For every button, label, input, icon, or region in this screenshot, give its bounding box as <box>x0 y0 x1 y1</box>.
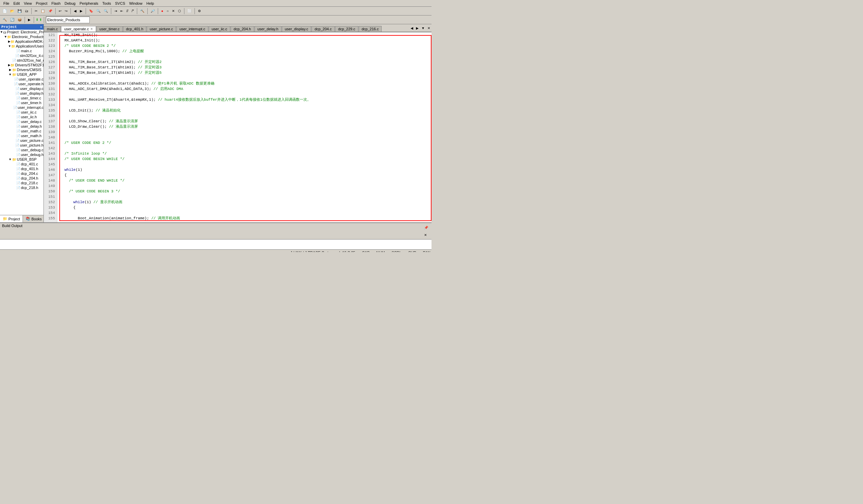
save-all-btn[interactable]: 🗂 <box>24 8 30 15</box>
tree-item-7[interactable]: ▶📁Drivers/STM32F1xx_HAL_Driver <box>0 63 43 67</box>
tree-item-18[interactable]: 📄user_iic.h <box>0 115 43 119</box>
tree-item-15[interactable]: 📄user_timer.h <box>0 100 43 105</box>
tree-item-16[interactable]: 📄user_interrupt.c <box>0 105 43 110</box>
open-btn[interactable]: 📂 <box>9 8 15 15</box>
expand-icon-3[interactable]: ▼ <box>8 44 11 48</box>
target-input[interactable] <box>46 16 90 23</box>
menu-peripherals[interactable]: Peripherals <box>77 1 100 6</box>
tree-item-28[interactable]: 📄dcp_401.c <box>0 162 43 166</box>
tree-item-20[interactable]: 📄user_delay.h <box>0 124 43 129</box>
menu-window[interactable]: Window <box>127 1 144 6</box>
tree-item-6[interactable]: 📄stm32f1xx_hal_msp.c <box>0 58 43 63</box>
tree-item-0[interactable]: ▼🗂Project: Electronic_Products <box>0 30 43 34</box>
tab-list-btn[interactable]: ▼ <box>420 24 426 32</box>
tab-user-iic-c[interactable]: user_iic.c <box>209 26 230 32</box>
rebuild-btn[interactable]: 🔄 <box>9 16 15 24</box>
build-btn[interactable]: 🔨 <box>1 16 8 24</box>
menu-help[interactable]: Help <box>144 1 156 6</box>
tab-scroll-right[interactable]: ▶ <box>415 24 420 32</box>
tab-dcp204-h[interactable]: dcp_204.h <box>230 26 254 32</box>
expand-icon-9[interactable]: ▼ <box>8 73 12 76</box>
tree-item-14[interactable]: 📄user_timer.c <box>0 96 43 100</box>
tree-item-23[interactable]: 📄user_picture.c <box>0 138 43 143</box>
tree-item-8[interactable]: ▶📁Drivers/CMSIS <box>0 67 43 72</box>
menu-project[interactable]: Project <box>34 1 49 6</box>
copy-btn[interactable]: 📋 <box>39 8 46 15</box>
menu-file[interactable]: File <box>1 1 11 6</box>
tree-item-3[interactable]: ▼📁Application/User/Core <box>0 44 43 49</box>
expand-icon-2[interactable]: ▶ <box>8 40 11 43</box>
tab-user-operate-close[interactable]: ✕ <box>90 27 93 31</box>
build-close-btn[interactable]: ✕ <box>423 231 428 238</box>
zoom-btn[interactable]: 🔎 <box>149 8 156 15</box>
uncomment-btn[interactable]: /* <box>130 8 136 15</box>
expand-icon-7[interactable]: ▶ <box>8 63 11 67</box>
tab-user-delay-h[interactable]: user_delay.h <box>254 26 282 32</box>
tree-item-26[interactable]: 📄user_debug.h <box>0 152 43 157</box>
tree-item-13[interactable]: 📄user_display.h <box>0 91 43 96</box>
tab-close-all-btn[interactable]: ✕ <box>426 24 432 32</box>
tree-item-32[interactable]: 📄dcp_218.c <box>0 181 43 185</box>
tab-user-interrupt-c[interactable]: user_interrupt.c <box>176 26 208 32</box>
tree-item-5[interactable]: 📄stm32f1xx_it.c <box>0 53 43 58</box>
tree-item-21[interactable]: 📄user_math.c <box>0 129 43 133</box>
sidebar-close-btn[interactable]: ✕ <box>40 25 42 29</box>
bookmark-btn[interactable]: 🔖 <box>88 8 95 15</box>
tab-scroll-left[interactable]: ◀ <box>409 24 415 32</box>
tree-item-11[interactable]: 📄user_operate.h <box>0 81 43 86</box>
build-target-btn[interactable]: 🔨 <box>139 8 146 15</box>
debug-stop-btn[interactable]: ● <box>160 8 164 15</box>
tree-item-19[interactable]: 📄user_delay.c <box>0 119 43 124</box>
tab-dcp204-c[interactable]: dcp_204.c <box>312 26 335 32</box>
tab-user-timer-c[interactable]: user_timer.c <box>97 26 123 32</box>
tree-item-12[interactable]: 📄user_display.c <box>0 86 43 91</box>
window-btn[interactable]: ⬜ <box>186 8 193 15</box>
tree-item-1[interactable]: ▼📁Electronic_Products <box>0 34 43 39</box>
tree-item-2[interactable]: ▶📁Application/MDK-ARM <box>0 39 43 44</box>
debug-circle-btn[interactable]: ○ <box>165 8 170 15</box>
cut-btn[interactable]: ✂ <box>33 8 39 15</box>
save-btn[interactable]: 💾 <box>16 8 23 15</box>
expand-icon-1[interactable]: ▼ <box>4 35 7 38</box>
expand-icon-27[interactable]: ▼ <box>8 158 12 161</box>
menu-view[interactable]: View <box>22 1 34 6</box>
tab-project[interactable]: 📁 Project <box>0 215 23 222</box>
tree-item-31[interactable]: 📄dcp_204.h <box>0 176 43 181</box>
code-lines[interactable]: MX_TIM5_Init(); MX_UART4_Init(); /* USER… <box>57 33 432 222</box>
tab-user-picture-c[interactable]: user_picture.c <box>147 26 176 32</box>
tree-item-4[interactable]: 📄main.c <box>0 49 43 53</box>
outdent-btn[interactable]: ⇤ <box>119 8 124 15</box>
batch-btn[interactable]: 📦 <box>16 16 23 24</box>
tab-user-display-c[interactable]: user_display.c <box>282 26 312 32</box>
tab-dcp216-c[interactable]: dcp_216.c <box>359 26 382 32</box>
menu-edit[interactable]: Edit <box>11 1 22 6</box>
expand-icon-8[interactable]: ▶ <box>8 68 12 72</box>
debug-cross-btn[interactable]: ✕ <box>171 8 176 15</box>
tree-item-17[interactable]: 📄user_iic.c <box>0 110 43 115</box>
menu-tools[interactable]: Tools <box>100 1 113 6</box>
expand-icon-0[interactable]: ▼ <box>0 30 3 34</box>
settings-btn[interactable]: ⚙ <box>197 8 202 15</box>
new-file-btn[interactable]: 📄 <box>1 8 8 15</box>
code-editor[interactable]: 1211221231241251261271281291301311321331… <box>44 33 432 222</box>
find-btn[interactable]: 🔍 <box>95 8 102 15</box>
tree-item-10[interactable]: 📄user_operate.c <box>0 77 43 81</box>
nav-back-btn[interactable]: ◀ <box>73 8 78 15</box>
tab-user-operate-c[interactable]: user_operate.c ✕ <box>61 26 96 32</box>
tree-item-22[interactable]: 📄user_math.h <box>0 133 43 138</box>
tree-item-29[interactable]: 📄dcp_401.h <box>0 166 43 171</box>
build-pin-btn[interactable]: 📌 <box>423 224 429 231</box>
undo-btn[interactable]: ↩ <box>57 8 63 15</box>
tree-item-30[interactable]: 📄dcp_204.c <box>0 171 43 176</box>
tab-dcp229-c[interactable]: dcp_229.c <box>335 26 358 32</box>
tree-item-9[interactable]: ▼📁USER_APP <box>0 72 43 77</box>
find2-btn[interactable]: 🔍 <box>102 8 109 15</box>
tree-item-27[interactable]: ▼📁USER_BSP <box>0 157 43 162</box>
tab-books[interactable]: 📚 Books <box>23 215 44 222</box>
tree-item-33[interactable]: 📄dcp_218.h <box>0 185 43 190</box>
tree-area[interactable]: ▼🗂Project: Electronic_Products▼📁Electron… <box>0 30 43 215</box>
nav-fwd-btn[interactable]: ▶ <box>78 8 84 15</box>
comment-btn[interactable]: // <box>125 8 130 15</box>
tree-item-25[interactable]: 📄user_debug.c <box>0 147 43 152</box>
indent-btn[interactable]: ⇥ <box>113 8 118 15</box>
